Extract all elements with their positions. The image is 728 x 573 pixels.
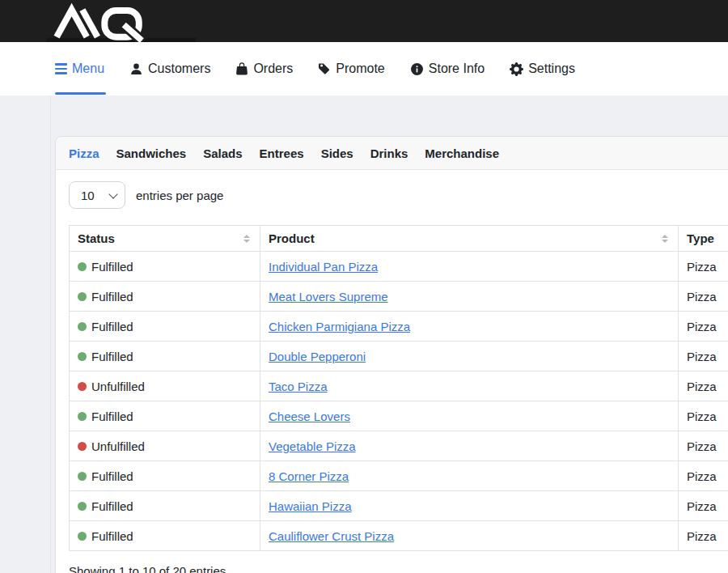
status-label: Fulfilled [91, 529, 133, 543]
tag-icon [318, 62, 331, 75]
type-cell: Pizza [679, 521, 728, 551]
info-icon [410, 62, 424, 76]
table-row: FulfilledChicken Parmigiana PizzaPizza [70, 312, 728, 342]
status-label: Unfulfilled [91, 439, 145, 453]
category-tab-bar: PizzaSandwichesSaladsEntreesSidesDrinksM… [56, 137, 728, 170]
type-cell: Pizza [679, 461, 728, 491]
product-cell: Hawaiian Pizza [260, 491, 679, 521]
status-label: Fulfilled [91, 469, 133, 483]
type-cell: Pizza [679, 342, 728, 371]
tab-sandwiches[interactable]: Sandwiches [116, 146, 187, 160]
product-link[interactable]: Double Pepperoni [269, 350, 366, 363]
product-cell: Meat Lovers Supreme [260, 282, 679, 312]
product-link[interactable]: Taco Pizza [269, 380, 328, 393]
gear-icon [510, 62, 523, 76]
product-link[interactable]: Meat Lovers Supreme [269, 290, 388, 303]
table-row: FulfilledHawaiian PizzaPizza [70, 491, 728, 521]
sort-carets-icon[interactable] [662, 235, 668, 243]
product-cell: Chicken Parmigiana Pizza [260, 312, 679, 342]
product-link[interactable]: 8 Corner Pizza [269, 469, 349, 483]
nav-item-customers[interactable]: Customers [129, 62, 210, 76]
entries-select-wrap: 10 [69, 181, 125, 209]
status-dot-icon [78, 322, 87, 331]
status-label: Fulfilled [91, 350, 133, 363]
product-cell: Vegetable Pizza [260, 431, 679, 461]
product-link[interactable]: Vegetable Pizza [269, 439, 356, 453]
product-link[interactable]: Individual Pan Pizza [269, 260, 378, 274]
nav-item-label: Customers [148, 62, 210, 76]
product-link[interactable]: Chicken Parmigiana Pizza [269, 320, 410, 333]
column-header-type: Type [679, 226, 728, 252]
nav-item-menu[interactable]: Menu [55, 62, 104, 76]
status-cell: Fulfilled [70, 282, 260, 312]
table-row: FulfilledIndividual Pan PizzaPizza [70, 252, 728, 282]
table-row: Fulfilled8 Corner PizzaPizza [70, 461, 728, 491]
type-cell: Pizza [679, 431, 728, 461]
tab-pizza[interactable]: Pizza [69, 146, 99, 160]
status-cell: Unfulfilled [70, 371, 260, 401]
nav-item-orders[interactable]: Orders [235, 62, 293, 76]
nav-item-label: Orders [253, 62, 293, 76]
status-label: Unfulfilled [91, 380, 145, 393]
status-dot-icon [78, 352, 87, 361]
nav-item-label: Menu [72, 62, 104, 76]
status-dot-icon [78, 262, 87, 271]
table-row: UnfulfilledVegetable PizzaPizza [70, 431, 728, 461]
product-cell: Cauliflower Crust Pizza [260, 521, 679, 551]
status-label: Fulfilled [91, 290, 133, 303]
product-cell: Double Pepperoni [260, 342, 679, 371]
status-dot-icon [78, 532, 87, 541]
entries-per-page-row: 10 entries per page [69, 181, 728, 209]
status-cell: Fulfilled [70, 521, 260, 551]
tab-drinks[interactable]: Drinks [370, 146, 408, 160]
status-label: Fulfilled [91, 499, 133, 513]
product-link[interactable]: Cheese Lovers [269, 410, 350, 423]
status-label: Fulfilled [91, 410, 133, 423]
nav-item-promote[interactable]: Promote [318, 62, 384, 76]
type-cell: Pizza [679, 282, 728, 312]
products-table-header: StatusProductType [70, 226, 728, 252]
table-row: FulfilledMeat Lovers SupremePizza [70, 282, 728, 312]
active-nav-underline [55, 92, 106, 95]
type-cell: Pizza [679, 312, 728, 342]
status-cell: Fulfilled [70, 401, 260, 431]
brand-header-bar [0, 0, 728, 42]
content-left-divider [50, 96, 51, 573]
sort-carets-icon[interactable] [243, 235, 250, 243]
column-label: Type [687, 231, 714, 245]
status-cell: Fulfilled [70, 252, 260, 282]
status-dot-icon [78, 292, 87, 301]
status-dot-icon [78, 412, 87, 421]
entries-per-page-select[interactable]: 10 [69, 181, 125, 209]
status-cell: Fulfilled [70, 342, 260, 371]
bag-icon [235, 62, 248, 75]
column-label: Product [269, 231, 315, 245]
product-link[interactable]: Hawaiian Pizza [269, 499, 352, 513]
table-row: FulfilledDouble PepperoniPizza [70, 342, 728, 371]
tab-salads[interactable]: Salads [203, 146, 242, 160]
nav-item-settings[interactable]: Settings [510, 62, 575, 76]
main-navbar: MenuCustomersOrdersPromoteStore InfoSett… [0, 42, 728, 96]
nav-item-label: Store Info [429, 62, 485, 76]
table-row: FulfilledCheese LoversPizza [70, 401, 728, 431]
nav-item-store-info[interactable]: Store Info [410, 62, 485, 76]
product-cell: Cheese Lovers [260, 401, 679, 431]
table-row: UnfulfilledTaco PizzaPizza [70, 371, 728, 401]
menu-card: PizzaSandwichesSaladsEntreesSidesDrinksM… [55, 136, 728, 573]
nav-item-label: Settings [528, 62, 575, 76]
status-dot-icon [78, 472, 87, 481]
tab-merchandise[interactable]: Merchandise [425, 146, 499, 160]
aiq-logo-icon [52, 4, 149, 41]
table-row: FulfilledCauliflower Crust PizzaPizza [70, 521, 728, 551]
tab-entrees[interactable]: Entrees [260, 146, 304, 160]
product-link[interactable]: Cauliflower Crust Pizza [269, 529, 394, 543]
type-cell: Pizza [679, 371, 728, 401]
column-header-product[interactable]: Product [260, 226, 679, 252]
column-header-status[interactable]: Status [70, 226, 260, 252]
products-table: StatusProductType FulfilledIndividual Pa… [69, 225, 728, 551]
tab-sides[interactable]: Sides [321, 146, 353, 160]
status-label: Fulfilled [91, 320, 133, 333]
status-label: Fulfilled [91, 260, 133, 274]
status-dot-icon [78, 442, 87, 451]
product-cell: Taco Pizza [260, 371, 679, 401]
